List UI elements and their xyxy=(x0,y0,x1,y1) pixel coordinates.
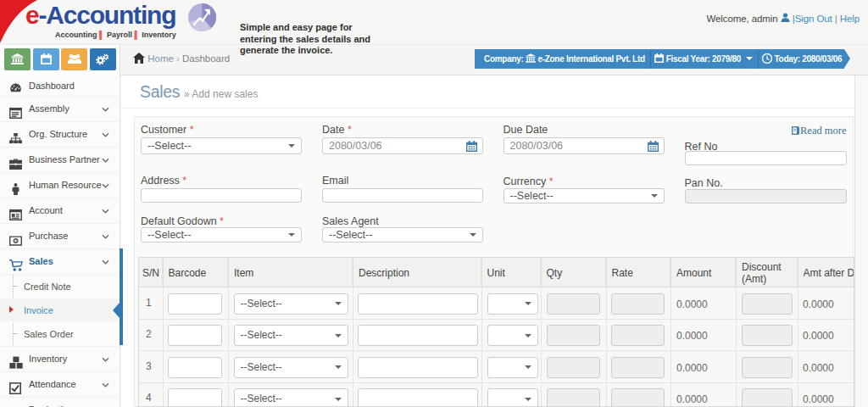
svg-text:0: 0 xyxy=(14,238,17,243)
